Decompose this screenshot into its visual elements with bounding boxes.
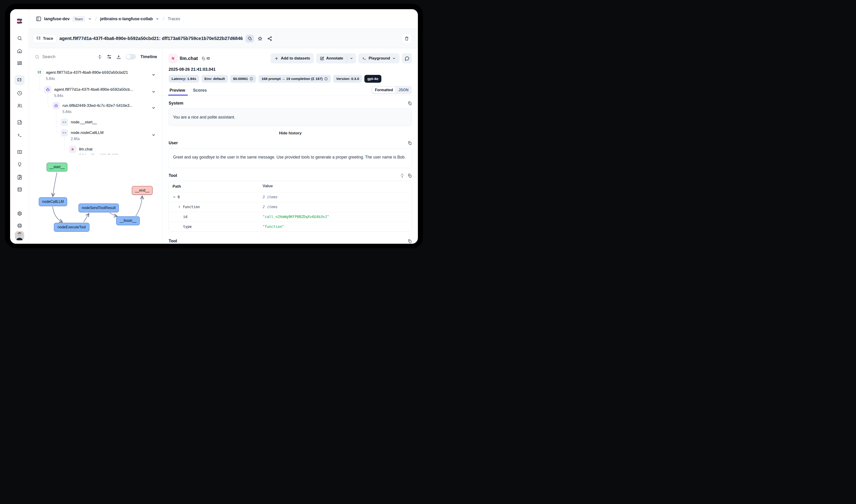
user-avatar[interactable] <box>15 231 24 240</box>
delete-trace-button[interactable] <box>402 33 412 44</box>
favorite-star-icon[interactable] <box>256 35 264 42</box>
lightbulb-icon[interactable] <box>17 162 22 167</box>
format-segmented-control: Formatted JSON <box>372 86 412 94</box>
tree-guide-line <box>39 88 43 91</box>
users-icon[interactable] <box>17 103 22 108</box>
graph-node-executetool[interactable]: nodeExecuteTool <box>54 223 89 232</box>
dashboard-grid-icon[interactable] <box>17 61 22 66</box>
format-json-option[interactable]: JSON <box>396 87 411 93</box>
collapse-all-icon[interactable] <box>97 54 102 59</box>
unfold-vertical-icon <box>400 174 404 178</box>
user-label: User <box>168 141 178 145</box>
json-count: 2 items <box>261 202 412 212</box>
id-label: ID <box>207 56 210 60</box>
tool-label: Tool <box>168 173 177 178</box>
comments-button[interactable] <box>402 53 412 64</box>
tab-preview[interactable]: Preview <box>168 86 186 95</box>
expand-tool-button[interactable] <box>400 174 404 178</box>
tag-button[interactable] <box>246 35 254 42</box>
tokens-badge[interactable]: 168 prompt → 19 completion (Σ 187) <box>258 75 331 83</box>
graph-node-start[interactable]: __start__ <box>47 163 67 172</box>
env-badge: Env: default <box>201 75 228 83</box>
cost-badge[interactable]: $0.00061 <box>230 75 256 83</box>
scores-percent-icon[interactable] <box>17 149 22 155</box>
breadcrumb-separator: / <box>163 16 164 22</box>
model-badge[interactable]: gpt-4o <box>364 75 381 83</box>
search-nav-icon[interactable] <box>17 35 22 41</box>
sidebar-toggle-icon[interactable] <box>36 16 41 22</box>
search-input[interactable] <box>42 54 70 59</box>
span-duration: 5.84s <box>46 77 128 81</box>
playground-button[interactable]: Playground <box>358 53 399 64</box>
home-icon[interactable] <box>17 48 22 54</box>
chevron-down-icon[interactable] <box>173 195 176 199</box>
project-switcher-chevron-icon[interactable] <box>155 17 159 21</box>
tree-row-trace[interactable]: agent.f9f77d1a-437f-4ba6-890e-b592a50cbd… <box>36 69 128 81</box>
copy-tool2-button[interactable] <box>408 239 412 243</box>
org-type-badge: Team <box>72 16 85 22</box>
tree-row-agent[interactable]: agent.f9f77d1a-437f-4ba6-890e-b592a50cb.… <box>44 86 133 98</box>
chevron-right-icon[interactable] <box>178 205 181 209</box>
trace-icon <box>36 69 43 76</box>
filter-settings-icon[interactable] <box>107 54 112 59</box>
tree-row-node-start[interactable]: node.__start__ <box>61 119 97 126</box>
timeline-toggle[interactable] <box>126 54 136 59</box>
json-row-type[interactable]: type "function" <box>169 222 412 232</box>
graph-node-end[interactable]: __end__ <box>132 186 153 195</box>
org-logo-icon[interactable] <box>16 17 23 25</box>
observation-badges: Latency: 1.94s Env: default $0.00061 168… <box>168 75 412 83</box>
copy-user-button[interactable] <box>408 141 412 145</box>
json-key: id <box>183 215 188 219</box>
org-switcher-chevron-icon[interactable] <box>88 17 92 21</box>
row-collapse-chevron-icon[interactable] <box>151 90 156 95</box>
detail-tabs: Preview Scores Formatted JSON <box>168 86 412 95</box>
graph-node-finish[interactable]: __finish__ <box>116 216 140 225</box>
tab-scores[interactable]: Scores <box>192 86 208 95</box>
playground-terminal-icon[interactable] <box>17 132 22 138</box>
download-icon[interactable] <box>116 54 121 59</box>
agent-robot-icon <box>44 86 51 93</box>
json-count: 3 items <box>261 192 412 202</box>
copy-tool-button[interactable] <box>408 174 412 178</box>
copy-icon <box>408 101 412 105</box>
support-lifebuoy-icon[interactable] <box>17 223 22 228</box>
sessions-clock-icon[interactable] <box>17 90 22 96</box>
span-arrows-icon <box>61 119 68 126</box>
evaluation-clipboard-pen-icon[interactable] <box>17 174 22 180</box>
datasets-database-icon[interactable] <box>17 187 22 192</box>
row-collapse-chevron-icon[interactable] <box>151 73 156 78</box>
span-arrows-icon <box>61 129 68 137</box>
tree-row-run[interactable]: run.6f8d2449-33ed-4c7c-82e7-5410e3...5.8… <box>52 102 132 114</box>
share-icon[interactable] <box>266 35 273 42</box>
comment-bubble-icon <box>405 56 409 61</box>
copy-system-button[interactable] <box>408 101 412 105</box>
copy-id-button[interactable]: ID <box>201 56 210 60</box>
row-collapse-chevron-icon[interactable] <box>151 133 156 138</box>
breadcrumb-separator: / <box>95 16 97 22</box>
json-key: type <box>183 225 192 229</box>
annotate-dropdown-chevron-icon[interactable] <box>347 53 356 64</box>
value-column-header: Value <box>261 181 412 192</box>
trace-title: agent.f9f77d1a-437f-4ba6-890e-b592a50cbd… <box>59 36 243 41</box>
breadcrumb-org[interactable]: langfuse-dev <box>44 17 70 21</box>
json-row-function[interactable]: function 2 items <box>169 202 412 212</box>
add-to-datasets-button[interactable]: Add to datasets <box>271 53 314 64</box>
format-formatted-option[interactable]: Formatted <box>372 87 396 93</box>
system-section-header: System <box>168 101 412 106</box>
json-string-value: "function" <box>261 222 412 232</box>
graph-node-sendtoolresult[interactable]: nodeSendToolResult <box>78 203 119 212</box>
json-row-0[interactable]: 0 3 items <box>169 192 412 202</box>
system-label: System <box>168 101 183 106</box>
info-icon <box>324 77 328 80</box>
json-row-id[interactable]: id "call_n2HaWg9KFP0BZDqXv6G4b3nJ" <box>169 212 412 222</box>
settings-gear-icon[interactable] <box>17 211 22 216</box>
prompts-file-code-icon[interactable] <box>17 120 22 125</box>
tracing-list-tree-icon[interactable] <box>17 77 22 83</box>
breadcrumb-page[interactable]: Traces <box>168 17 180 21</box>
tree-row-node-callllm[interactable]: node.nodeCallLLM2.85s <box>61 129 104 141</box>
annotate-button[interactable]: Annotate <box>316 53 347 64</box>
row-collapse-chevron-icon[interactable] <box>151 106 156 111</box>
hide-history-link[interactable]: Hide history <box>168 131 412 136</box>
graph-node-callllm[interactable]: nodeCallLLM <box>39 197 67 206</box>
breadcrumb-project[interactable]: jetbrains-x-langfuse-collab <box>100 17 153 21</box>
